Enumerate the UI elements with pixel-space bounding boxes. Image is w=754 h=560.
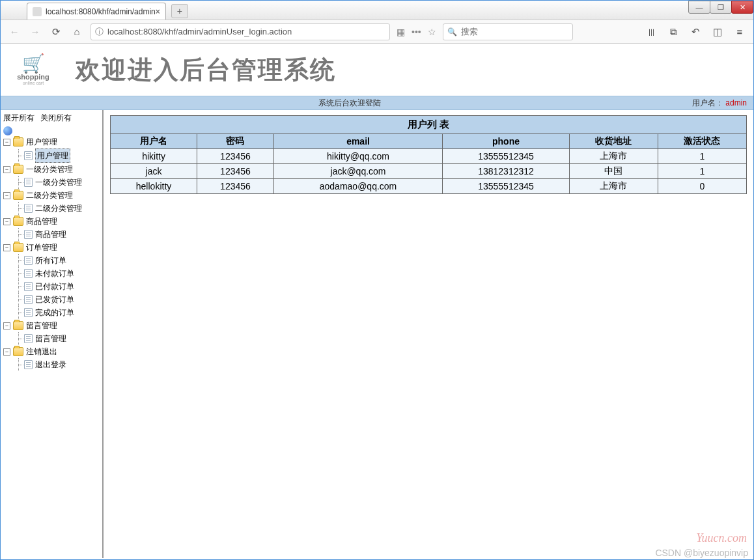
tree-item-label: 已发货订单 (35, 293, 74, 306)
status-welcome: 系统后台欢迎登陆 (7, 98, 692, 109)
tree-item[interactable]: 二级分类管理 (3, 202, 100, 215)
tree-folder-label: 注销退出 (26, 345, 57, 358)
logo-text: shopping (17, 73, 49, 81)
forward-button[interactable]: → (28, 25, 42, 39)
tree-folder[interactable]: −注销退出 (3, 345, 100, 358)
tree-folder-label: 一级分类管理 (26, 163, 73, 176)
qr-icon[interactable]: ▦ (397, 27, 405, 37)
tree-item[interactable]: 未付款订单 (3, 267, 100, 280)
screenshot-icon[interactable]: ⧉ (666, 25, 680, 39)
sidebar-icon[interactable]: ◫ (710, 25, 725, 39)
menu-icon[interactable]: ≡ (733, 25, 747, 39)
folder-open-icon (13, 347, 23, 356)
page-title: 欢迎进入后台管理系统 (76, 53, 336, 87)
tree-connector (15, 254, 24, 267)
minimize-button[interactable]: — (688, 1, 710, 14)
browser-window: localhost:8080/khf/admin/admin × + — ❐ ✕… (0, 0, 754, 560)
info-icon[interactable]: ⓘ (95, 26, 104, 38)
tree-folder[interactable]: −一级分类管理 (3, 163, 100, 176)
tree-item[interactable]: 已发货订单 (3, 293, 100, 306)
home-button[interactable]: ⌂ (70, 25, 84, 39)
close-tab-icon[interactable]: × (156, 7, 160, 16)
tree-item-label: 已付款订单 (35, 280, 74, 293)
maximize-button[interactable]: ❐ (710, 1, 732, 14)
logo-subtext: online cart (23, 81, 44, 85)
tree-connector (15, 176, 24, 189)
table-row[interactable]: hellokitty123456aodamao@qq.com1355551234… (111, 179, 747, 194)
page-header: 🛒 shopping online cart 欢迎进入后台管理系统 (1, 44, 753, 96)
table-body: hikitty123456hikitty@qq.com13555512345上海… (111, 149, 747, 194)
tree-folder[interactable]: −留言管理 (3, 319, 100, 332)
tree-item[interactable]: 完成的订单 (3, 306, 100, 319)
logo: 🛒 shopping online cart (10, 50, 56, 89)
tree-connector (15, 293, 24, 306)
tree-item[interactable]: 退出登录 (3, 358, 100, 371)
table-cell: 1 (658, 164, 746, 179)
more-icon[interactable]: ••• (412, 27, 421, 37)
collapse-icon[interactable]: − (3, 348, 10, 356)
table-row[interactable]: hikitty123456hikitty@qq.com13555512345上海… (111, 149, 747, 164)
tree-item[interactable]: 一级分类管理 (3, 176, 100, 189)
search-input[interactable] (461, 27, 568, 36)
table-cell: 123456 (197, 149, 274, 164)
tree-folder[interactable]: −商品管理 (3, 215, 100, 228)
close-window-button[interactable]: ✕ (731, 1, 753, 14)
url-text: localhost:8080/khf/admin/adminUser_login… (107, 27, 385, 36)
browser-tab[interactable]: localhost:8080/khf/admin/admin × (27, 3, 166, 20)
reload-button[interactable]: ⟳ (49, 25, 63, 39)
table-cell: 1 (658, 149, 746, 164)
table-cell: hikitty (111, 149, 197, 164)
table-cell: 0 (658, 179, 746, 194)
library-icon[interactable]: ⫼ (644, 25, 658, 39)
page-icon (24, 295, 33, 304)
new-tab-button[interactable]: + (171, 4, 188, 18)
column-header: phone (443, 134, 570, 149)
tree-item[interactable]: 商品管理 (3, 228, 100, 241)
collapse-icon[interactable]: − (3, 139, 10, 146)
address-bar[interactable]: ⓘ localhost:8080/khf/admin/adminUser_log… (91, 23, 390, 40)
cart-icon: 🛒 (22, 55, 45, 73)
tree-item[interactable]: 已付款订单 (3, 280, 100, 293)
bookmark-icon[interactable]: ☆ (428, 27, 436, 37)
search-bar[interactable]: 🔍 (443, 23, 573, 40)
table-cell: 中国 (569, 164, 658, 179)
page-icon (24, 178, 33, 187)
folder-open-icon (13, 165, 23, 174)
folder-open-icon (13, 137, 23, 147)
table-cell: 123456 (197, 179, 274, 194)
user-label: 用户名： (692, 98, 723, 107)
tree-folder-label: 二级分类管理 (26, 189, 73, 202)
column-header: 激活状态 (658, 134, 746, 149)
page-icon (33, 7, 42, 16)
content-area: 用户列 表 用户名密码emailphone收货地址激活状态 hikitty123… (104, 110, 753, 558)
undo-icon[interactable]: ↶ (688, 25, 703, 39)
table-cell: 上海市 (569, 179, 658, 194)
tree-item[interactable]: 留言管理 (3, 332, 100, 345)
collapse-icon[interactable]: − (3, 218, 10, 225)
tree-item[interactable]: 所有订单 (3, 254, 100, 267)
page-icon (24, 204, 33, 213)
nav-tree: −用户管理用户管理−一级分类管理一级分类管理−二级分类管理二级分类管理−商品管理… (3, 126, 100, 371)
watermark-csdn: CSDN @biyezuopinvip (655, 548, 748, 558)
collapse-icon[interactable]: − (3, 322, 10, 329)
table-row[interactable]: jack123456jack@qq.com13812312312中国1 (111, 164, 747, 179)
tree-folder[interactable]: −二级分类管理 (3, 189, 100, 202)
collapse-icon[interactable]: − (3, 166, 10, 173)
tree-folder[interactable]: −用户管理 (3, 135, 100, 148)
tree-connector (15, 280, 24, 293)
tab-strip: localhost:8080/khf/admin/admin × + (27, 1, 188, 20)
tree-item[interactable]: 用户管理 (3, 148, 100, 163)
status-user: 用户名： admin (692, 98, 747, 109)
folder-open-icon (13, 243, 23, 252)
tree-actions: 展开所有 关闭所有 (3, 113, 100, 124)
collapse-icon[interactable]: − (3, 244, 10, 251)
tree-connector (15, 267, 24, 280)
username: admin (725, 98, 747, 107)
collapse-icon[interactable]: − (3, 192, 10, 199)
expand-all-link[interactable]: 展开所有 (3, 113, 35, 122)
collapse-all-link[interactable]: 关闭所有 (40, 113, 72, 122)
tree-item-label: 二级分类管理 (35, 202, 82, 215)
tree-folder[interactable]: −订单管理 (3, 241, 100, 254)
table-title: 用户列 表 (111, 116, 747, 134)
back-button[interactable]: ← (7, 25, 21, 39)
